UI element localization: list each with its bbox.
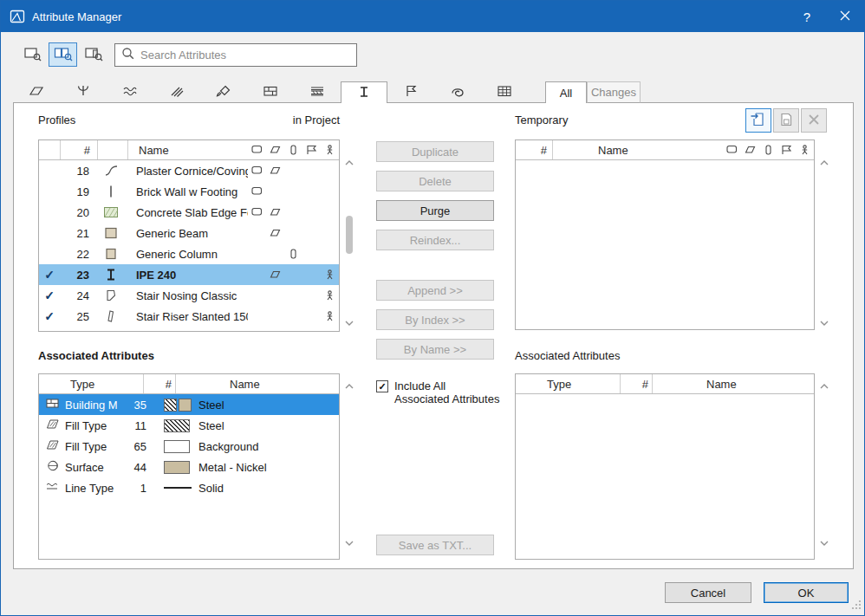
- scroll-down-icon[interactable]: [345, 315, 354, 328]
- column-header-name[interactable]: Name: [219, 378, 339, 391]
- profile-row[interactable]: ✓ 25 Stair Riser Slanted 150: [39, 306, 339, 327]
- tab-surfaces[interactable]: [200, 81, 247, 103]
- fill-types-icon: [168, 84, 185, 101]
- column-header-name[interactable]: Name: [696, 378, 814, 391]
- scroll-up-icon[interactable]: [345, 379, 354, 392]
- temporary-scrollbar[interactable]: [818, 155, 830, 328]
- tab-all[interactable]: All: [545, 81, 587, 103]
- save-file-icon: [777, 112, 795, 130]
- profile-row[interactable]: 20 Concrete Slab Edge Fo...: [39, 202, 339, 223]
- by-name-button[interactable]: By Name >>: [376, 339, 494, 360]
- column-header-type[interactable]: Type: [39, 374, 144, 393]
- profile-row[interactable]: ✓ 24 Stair Nosing Classic: [39, 285, 339, 306]
- column-header-name[interactable]: Name: [128, 144, 248, 157]
- checkbox-checked-icon[interactable]: ✓: [376, 380, 388, 392]
- profile-row-selected[interactable]: ✓ 23 IPE 240: [39, 264, 339, 285]
- fill-type-icon: [46, 439, 60, 453]
- reindex-button[interactable]: Reindex...: [376, 230, 494, 250]
- building-material-icon: [46, 398, 60, 412]
- cancel-button[interactable]: Cancel: [665, 582, 751, 603]
- column-header-num[interactable]: #: [621, 374, 653, 393]
- profile-preview-column-icon: [96, 247, 126, 261]
- operation-profiles-icon: [496, 84, 513, 101]
- associated-row[interactable]: Fill Type 65 Background: [39, 436, 339, 457]
- scroll-down-icon[interactable]: [345, 535, 354, 548]
- associated-row-selected[interactable]: Building M 35 Steel: [39, 394, 339, 415]
- pane-view-single-button[interactable]: [18, 42, 47, 67]
- profile-row[interactable]: 18 Plaster Cornice/Coving: [39, 160, 339, 181]
- usage-railing-icon: [302, 145, 321, 155]
- scroll-up-icon[interactable]: [345, 155, 354, 168]
- save-as-txt-button[interactable]: Save as TXT...: [376, 535, 494, 555]
- column-header-num[interactable]: #: [516, 140, 553, 159]
- tab-composites[interactable]: [294, 81, 341, 103]
- building-materials-icon: [262, 84, 279, 101]
- scrollbar-thumb[interactable]: [346, 216, 353, 254]
- tan-swatch: [164, 461, 190, 474]
- column-header-num[interactable]: #: [61, 140, 98, 159]
- scroll-down-icon[interactable]: [820, 315, 829, 328]
- duplicate-button[interactable]: Duplicate: [376, 141, 494, 162]
- ok-button[interactable]: OK: [764, 582, 849, 603]
- profile-row[interactable]: 19 Brick Wall w Footing: [39, 181, 339, 202]
- tab-line-types[interactable]: [107, 81, 153, 103]
- temporary-icon-buttons: [745, 108, 827, 133]
- profile-row[interactable]: 21 Generic Beam: [39, 223, 339, 243]
- usage-beam-icon: [266, 228, 284, 238]
- profile-row-partial[interactable]: [39, 327, 339, 332]
- tab-profiles[interactable]: [341, 81, 387, 103]
- search-icon: [115, 47, 139, 63]
- dual-pane-icon: [54, 46, 73, 64]
- tab-fill-types[interactable]: [153, 81, 200, 103]
- append-button[interactable]: Append >>: [376, 280, 494, 301]
- save-attribute-file-button[interactable]: [773, 108, 799, 133]
- search-input[interactable]: [139, 45, 356, 65]
- associated-row[interactable]: Fill Type 11 Steel: [39, 415, 339, 436]
- column-header-type[interactable]: Type: [516, 374, 621, 393]
- scroll-up-icon[interactable]: [820, 379, 829, 392]
- scroll-down-icon[interactable]: [820, 535, 829, 548]
- close-button[interactable]: [826, 1, 864, 32]
- by-index-button[interactable]: By Index >>: [376, 309, 494, 330]
- pane-view-dual-button[interactable]: [49, 42, 77, 67]
- profile-preview-partial-icon: [96, 330, 126, 332]
- purge-button[interactable]: Purge: [376, 200, 494, 221]
- search-box[interactable]: [114, 43, 357, 67]
- pane-view-temporary-button[interactable]: [79, 42, 107, 67]
- tab-mep-systems[interactable]: [434, 81, 481, 103]
- profile-row[interactable]: 22 Generic Column: [39, 243, 339, 264]
- column-header-name[interactable]: Name: [553, 144, 723, 157]
- open-attribute-file-button[interactable]: [745, 108, 771, 133]
- tab-changes[interactable]: Changes: [587, 81, 641, 103]
- tab-pens[interactable]: [60, 81, 107, 103]
- column-header-num[interactable]: #: [144, 374, 176, 393]
- white-swatch: [164, 440, 190, 453]
- clear-temporary-button[interactable]: [801, 108, 827, 133]
- layers-icon: [28, 84, 45, 101]
- resize-grip-icon[interactable]: [851, 600, 862, 613]
- help-button[interactable]: ?: [788, 1, 826, 32]
- associated-row[interactable]: Line Type 1 Solid: [39, 477, 339, 498]
- pens-icon: [75, 84, 92, 101]
- titlebar[interactable]: Attribute Manager ?: [1, 1, 864, 32]
- associated-scrollbar[interactable]: [343, 379, 355, 548]
- scroll-up-icon[interactable]: [820, 155, 829, 168]
- include-all-checkbox-row[interactable]: ✓ Include All Associated Attributes: [376, 379, 499, 405]
- tab-layers[interactable]: [13, 81, 60, 103]
- tab-zone-categories[interactable]: [387, 81, 434, 103]
- profiles-table: # Name 18 Plaster Cornice/Coving: [38, 139, 340, 332]
- usage-other-icon: [321, 145, 339, 155]
- tab-building-materials[interactable]: [247, 81, 294, 103]
- usage-railing-icon: [777, 145, 796, 155]
- attribute-type-tabbar: All Changes: [13, 81, 854, 103]
- associated-row[interactable]: Surface 44 Metal - Nickel: [39, 457, 339, 477]
- usage-other-icon: [796, 145, 814, 155]
- tab-operation-profiles[interactable]: [481, 81, 528, 103]
- surface-icon: [46, 460, 60, 474]
- temporary-associated-scrollbar[interactable]: [818, 379, 830, 548]
- profiles-table-header: # Name: [39, 140, 339, 160]
- delete-button[interactable]: Delete: [376, 171, 494, 191]
- check-icon: ✓: [44, 268, 55, 282]
- profiles-scrollbar[interactable]: [343, 155, 355, 328]
- close-icon: [840, 10, 850, 23]
